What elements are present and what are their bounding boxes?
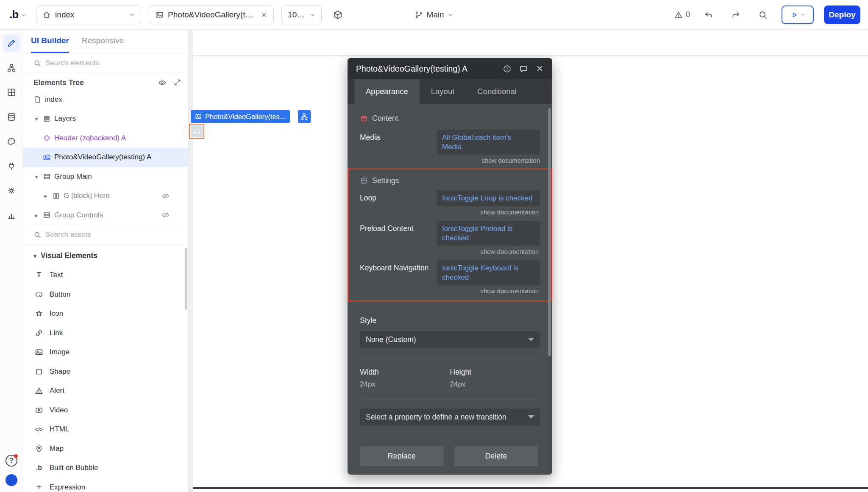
close-icon[interactable]	[536, 64, 544, 73]
preview-button[interactable]	[782, 6, 814, 24]
close-icon[interactable]	[261, 11, 267, 18]
style-select[interactable]: None (Custom)	[360, 331, 540, 348]
tab-appearance[interactable]: Appearance	[354, 79, 420, 104]
info-icon[interactable]	[503, 64, 512, 73]
page-selector[interactable]: index	[36, 6, 141, 24]
search-icon[interactable]	[754, 6, 771, 23]
tab-ui-builder[interactable]: UI Builder	[31, 30, 69, 53]
content-section-header: Content	[360, 114, 540, 123]
bubble-logo-menu[interactable]: .b	[8, 8, 28, 21]
search-assets-input[interactable]	[45, 231, 181, 239]
user-avatar[interactable]	[6, 474, 17, 486]
map-pin-icon	[34, 445, 44, 453]
keyboard-navigation-value[interactable]: IonicToggle Keyboard is checked	[437, 260, 540, 285]
database-tab-icon[interactable]	[3, 108, 20, 125]
preload-value[interactable]: IonicToggle Preload is checked	[437, 221, 540, 246]
expand-icon[interactable]	[173, 78, 181, 87]
workflow-tab-icon[interactable]	[3, 59, 20, 76]
dropdown-caret-icon	[528, 415, 534, 419]
visual-element-icon[interactable]: Icon	[23, 304, 188, 324]
left-panel-scrollbar[interactable]	[185, 248, 187, 310]
image-icon	[43, 153, 51, 161]
selected-element-badge[interactable]: Photo&VideoGallery(tes...	[191, 110, 290, 123]
visual-elements-header[interactable]: ▾ Visual Elements	[23, 246, 188, 266]
search-elements-input[interactable]	[45, 59, 181, 67]
star-icon	[34, 309, 44, 318]
chevron-right-icon[interactable]: ▸	[43, 192, 49, 199]
columns-icon	[52, 192, 60, 200]
element-selector[interactable]: Photo&VideoGallery(testin...	[149, 6, 274, 24]
add-expression[interactable]: + Expression	[23, 478, 188, 492]
replace-button[interactable]: Replace	[360, 446, 443, 466]
tree-item-layers[interactable]: ▾ Layers	[23, 109, 188, 129]
reusable-diamond-icon	[43, 134, 51, 142]
styles-tab-icon[interactable]	[3, 133, 20, 150]
logs-tab-icon[interactable]	[3, 207, 20, 224]
shape-icon	[34, 367, 44, 376]
visual-element-video[interactable]: Video	[23, 400, 188, 420]
loop-value[interactable]: IonicToggle Loop is checked	[437, 190, 540, 206]
branch-selector[interactable]: Main	[415, 0, 453, 30]
visual-element-shape[interactable]: Shape	[23, 362, 188, 381]
show-documentation-link[interactable]: show documentation	[360, 208, 540, 216]
chevron-down-icon: ▾	[33, 253, 36, 259]
visual-element-label: Map	[50, 445, 64, 453]
plugins-tab-icon[interactable]	[3, 158, 20, 175]
chevron-down-icon	[21, 12, 27, 18]
visual-element-button[interactable]: Button	[23, 285, 188, 304]
visual-element-alert[interactable]: Alert	[23, 381, 188, 401]
chevron-right-icon[interactable]: ▸	[33, 212, 39, 219]
show-documentation-link[interactable]: show documentation	[360, 248, 540, 255]
component-cube-icon[interactable]	[329, 6, 346, 23]
chevron-down-icon[interactable]: ▾	[33, 173, 39, 180]
design-tab-icon[interactable]	[3, 35, 20, 52]
loop-label: Loop	[360, 190, 376, 203]
components-tab-icon[interactable]	[3, 84, 20, 101]
tree-item-header-reusable[interactable]: Header (zqbackend) A	[23, 128, 188, 148]
tree-item-group-main[interactable]: ▾ Group Main	[23, 167, 188, 186]
visual-element-label: Image	[50, 348, 70, 356]
visual-element-image[interactable]: Image	[23, 343, 188, 362]
tree-item-g-block-hero[interactable]: ▸ G [block] Hero	[23, 186, 188, 206]
tree-item-index[interactable]: index	[23, 90, 188, 109]
eye-off-icon[interactable]	[161, 192, 170, 200]
page-bottom-edge[interactable]	[193, 487, 868, 489]
property-editor-scrollbar[interactable]	[548, 108, 551, 356]
comment-icon[interactable]	[519, 64, 528, 73]
undo-icon[interactable]	[700, 6, 717, 23]
tab-layout[interactable]: Layout	[420, 79, 466, 104]
visual-element-label: Shape	[50, 367, 70, 376]
eye-off-icon[interactable]	[161, 211, 170, 219]
redo-icon[interactable]	[727, 6, 744, 23]
delete-button[interactable]: Delete	[454, 446, 538, 466]
show-documentation-link[interactable]: show documentation	[360, 287, 540, 295]
tree-item-group-controls[interactable]: ▸ Group Controls	[23, 206, 188, 225]
transition-select[interactable]: Select a property to define a new transi…	[360, 409, 540, 425]
group-icon	[43, 172, 51, 181]
tab-conditional[interactable]: Conditional	[466, 79, 528, 104]
page-icon	[33, 95, 42, 103]
loop-row: Loop IonicToggle Loop is checked	[360, 190, 540, 206]
property-editor-body: Content Media All Global:each item's Med…	[348, 104, 552, 466]
property-editor-titlebar[interactable]: Photo&VideoGallery(testing) A	[348, 58, 552, 79]
media-value[interactable]: All Global:each item's Media	[437, 130, 540, 155]
preload-row: Preload Content IonicToggle Preload is c…	[360, 221, 540, 246]
visual-element-built-on-bubble[interactable]: .b Built on Bubble	[23, 459, 188, 478]
element-hierarchy-button[interactable]	[298, 110, 311, 123]
eye-icon[interactable]	[158, 78, 167, 87]
issues-indicator[interactable]: 0	[674, 10, 690, 19]
gallery-element[interactable]	[189, 124, 204, 139]
show-documentation-link[interactable]: show documentation	[360, 157, 540, 164]
visual-element-text[interactable]: T Text	[23, 266, 188, 285]
zoom-selector[interactable]: 100%	[281, 6, 322, 24]
visual-element-link[interactable]: Link	[23, 323, 188, 343]
tab-responsive[interactable]: Responsive	[82, 30, 124, 53]
visual-element-html[interactable]: </> HTML	[23, 420, 188, 439]
chevron-down-icon[interactable]: ▾	[33, 115, 39, 122]
tree-item-photo-video-gallery[interactable]: Photo&VideoGallery(testing) A	[23, 148, 188, 167]
visual-element-map[interactable]: Map	[23, 439, 188, 459]
deploy-button[interactable]: Deploy	[824, 6, 860, 24]
style-label: Style	[360, 316, 540, 325]
settings-tab-icon[interactable]	[3, 182, 20, 199]
help-button[interactable]: ?	[6, 455, 17, 467]
